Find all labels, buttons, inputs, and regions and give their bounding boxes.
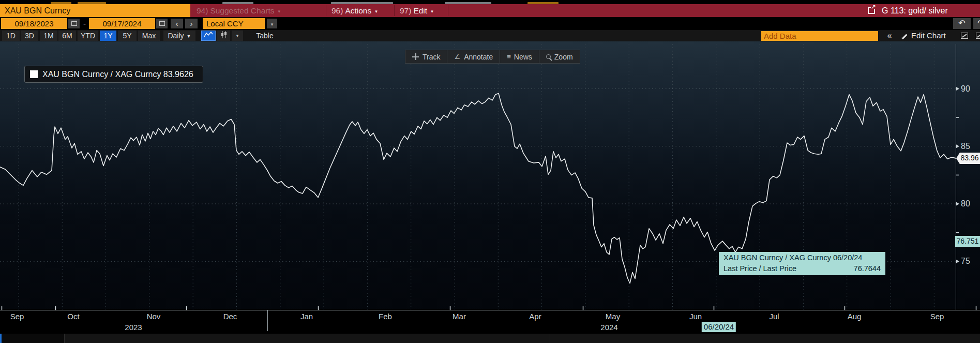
y-axis-label: 80 [961, 199, 970, 208]
y-tick-arrow [956, 202, 959, 206]
tracked-price-marker: 76.751 [955, 236, 980, 247]
menu-item-suggested-charts[interactable]: 94)Suggested Charts▾ [197, 4, 280, 17]
chevron-down-icon: ▾ [236, 33, 239, 38]
chevron-down-icon: ▼ [187, 34, 191, 39]
month-label: Aug [848, 311, 862, 322]
tracking-tooltip: XAU BGN Curncy / XAG Curncy 06/20/24 Las… [719, 252, 885, 275]
chart-area[interactable]: XAU BGN Curncy / XAG Curncy 83.9626 Trac… [0, 41, 980, 310]
series-name: XAU BGN Curncy / XAG Curncy [42, 70, 161, 79]
tooltip-field-value: 76.7644 [854, 263, 881, 274]
edit-chart-button[interactable]: Edit Chart [902, 31, 946, 41]
menu-item-label: Suggested Charts [210, 6, 274, 15]
y-axis-label: 90 [961, 84, 970, 94]
start-date-calendar-button[interactable] [68, 19, 80, 28]
redo-button[interactable]: ↷ [973, 18, 980, 29]
start-date-input[interactable]: 09/18/2023 [1, 18, 67, 29]
y-tick-arrow [956, 259, 959, 263]
period-button-1m[interactable]: 1M [40, 31, 57, 41]
menu-item-number: 97) [400, 6, 411, 15]
period-button-5y[interactable]: 5Y [118, 31, 137, 41]
period-button-1y[interactable]: 1Y [100, 31, 116, 41]
month-label: Dec [223, 311, 237, 322]
menu-divider [394, 5, 395, 16]
menu-divider [448, 5, 448, 16]
line-chart-type-button[interactable] [201, 31, 216, 41]
chart-toolbar-row: 1D3D1M6MYTD1Y5YMax Daily▼ ▾ Table « Edit… [0, 30, 980, 41]
calendar-icon [159, 21, 165, 26]
chevron-down-icon: ▾ [431, 9, 433, 14]
chevron-down-icon: ▾ [271, 22, 274, 27]
tracked-date-label: 06/20/24 [702, 322, 736, 332]
end-date-input[interactable]: 09/17/2024 [89, 18, 155, 29]
calendar-icon [71, 21, 77, 26]
date-range-separator: - [83, 18, 86, 29]
menu-item-actions[interactable]: 96)Actions▾ [331, 4, 378, 17]
add-data-input[interactable] [761, 31, 878, 41]
y-tick-arrow [956, 144, 959, 148]
bottom-panel-segment [0, 334, 64, 343]
period-button-1d[interactable]: 1D [2, 31, 20, 41]
month-label: Apr [529, 311, 541, 322]
top-clipped-row [0, 0, 980, 4]
series-last-value: 83.9626 [163, 70, 193, 79]
series-swatch-icon [30, 70, 38, 78]
focus-edge [0, 334, 2, 343]
bloomberg-chart-window: XAU BGN Curncy 94)Suggested Charts▾96)Ac… [0, 0, 980, 343]
period-button-6m[interactable]: 6M [58, 31, 76, 41]
clipped-toolbar-button[interactable] [974, 31, 980, 41]
chevron-down-icon: ▾ [375, 9, 378, 14]
y-tick-arrow [956, 87, 959, 91]
chart-edit-icon [961, 33, 968, 39]
candlestick-chart-type-button[interactable] [217, 31, 230, 41]
chart-tools-bar: Track ∠Annotate ≡News Zoom [405, 50, 580, 64]
tooltip-field-label: Last Price / Last Price [723, 263, 796, 274]
chart-type-dropdown-button[interactable]: ▾ [232, 31, 243, 41]
line-chart-icon [203, 31, 214, 38]
month-label: Nov [147, 311, 161, 322]
year-divider-line [267, 310, 268, 331]
news-button[interactable]: ≡News [500, 50, 539, 63]
frequency-select[interactable]: Daily▼ [163, 31, 195, 41]
year-label: 2023 [125, 322, 142, 333]
menu-item-edit[interactable]: 97)Edit▾ [400, 4, 433, 17]
collapse-panel-button[interactable]: « [882, 31, 897, 41]
month-label: Jul [769, 311, 779, 322]
panel-divider [64, 334, 65, 343]
menu-item-label: Edit [413, 6, 427, 15]
month-label: Mar [453, 311, 466, 322]
menu-item-number: 94) [197, 6, 208, 15]
chart-title-label: G 113: gold/ silver [882, 4, 948, 17]
annotate-button[interactable]: ∠Annotate [447, 50, 500, 63]
pencil-icon [902, 34, 908, 39]
end-date-calendar-button[interactable] [156, 19, 168, 28]
launch-external-icon[interactable]: ↗ [868, 7, 875, 14]
series-legend[interactable]: XAU BGN Curncy / XAG Curncy 83.9626 [24, 66, 203, 83]
track-button[interactable]: Track [405, 50, 447, 63]
currency-select[interactable]: Local CCY [203, 18, 265, 29]
annotate-icon: ∠ [454, 53, 460, 61]
undo-button[interactable]: ↶ [953, 18, 971, 29]
magnifier-icon [546, 54, 551, 59]
table-button[interactable]: Table [249, 31, 280, 41]
currency-dropdown-button[interactable]: ▾ [267, 19, 277, 28]
period-button-3d[interactable]: 3D [21, 31, 38, 41]
month-label: Jan [300, 311, 313, 322]
panel-divider [550, 334, 550, 343]
shift-range-back-button[interactable]: ‹ [171, 19, 183, 28]
month-label: Feb [379, 311, 392, 322]
shift-range-forward-button[interactable]: › [185, 19, 198, 28]
zoom-button[interactable]: Zoom [539, 50, 580, 63]
security-input[interactable]: XAU BGN Curncy [0, 4, 190, 17]
period-button-ytd[interactable]: YTD [78, 31, 98, 41]
month-label: Oct [67, 311, 79, 322]
menu-bar: XAU BGN Curncy 94)Suggested Charts▾96)Ac… [0, 4, 980, 17]
last-price-marker: 83.96 [956, 153, 980, 164]
chart-settings-icon-button[interactable] [958, 31, 971, 41]
date-range-row: 09/18/2023 - 09/17/2024 ‹ › Local CCY ▾ … [0, 17, 980, 30]
chevron-down-icon: ▾ [278, 9, 280, 14]
month-label: May [606, 311, 620, 322]
month-label: Sep [10, 311, 24, 322]
menu-item-number: 96) [331, 6, 343, 15]
period-button-max[interactable]: Max [138, 31, 160, 41]
crosshair-icon [412, 53, 419, 60]
